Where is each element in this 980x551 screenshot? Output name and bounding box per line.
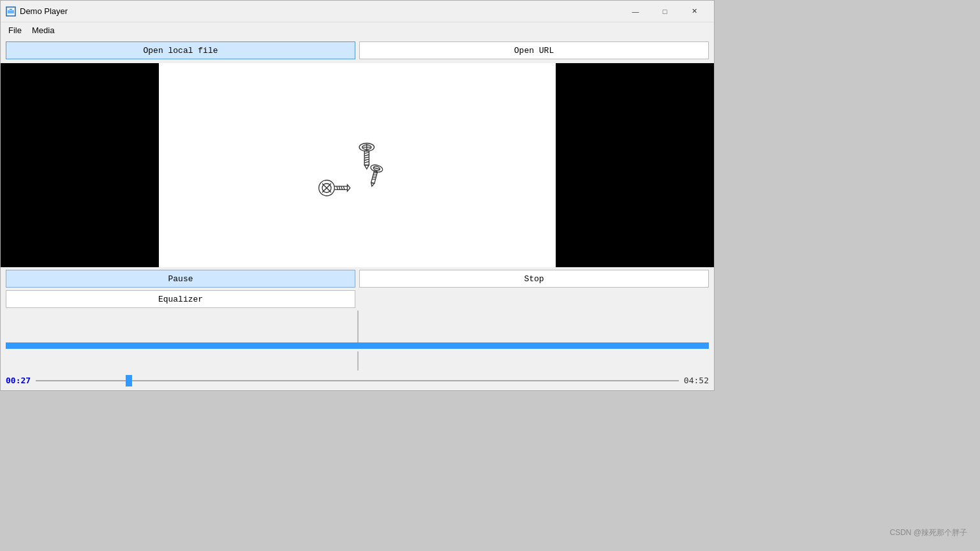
timeline-area: 00:27 04:52	[1, 371, 714, 390]
progress-bar-container	[1, 342, 714, 349]
open-url-button[interactable]: Open URL	[359, 41, 709, 59]
equalizer-row: Equalizer	[1, 290, 714, 311]
svg-marker-2	[10, 9, 12, 10]
menu-media[interactable]: Media	[27, 24, 59, 36]
total-time: 04:52	[684, 376, 709, 385]
toolbar: Open local file Open URL	[1, 38, 714, 63]
window-controls: — □ ✕	[621, 1, 709, 22]
seek-bar[interactable]	[36, 380, 679, 381]
current-time: 00:27	[6, 376, 31, 385]
menu-file[interactable]: File	[3, 24, 27, 36]
main-window: Demo Player — □ ✕ File Media Open local …	[0, 0, 715, 391]
pause-button[interactable]: Pause	[6, 270, 355, 288]
right-sub-panel	[360, 311, 709, 342]
divider-area	[6, 311, 709, 342]
watermark: CSDN @辣死那个胖子	[889, 527, 967, 538]
svg-line-9	[364, 155, 369, 156]
screws-illustration	[309, 127, 405, 203]
svg-marker-33	[347, 185, 350, 192]
maximize-button[interactable]: □	[650, 1, 679, 22]
equalizer-button[interactable]: Equalizer	[6, 290, 355, 308]
spacer-area	[6, 351, 709, 371]
title-bar: Demo Player — □ ✕	[1, 1, 714, 22]
svg-marker-22	[370, 182, 374, 186]
open-local-file-button[interactable]: Open local file	[6, 41, 355, 59]
svg-line-29	[337, 186, 338, 189]
left-sub-panel	[6, 311, 356, 342]
close-button[interactable]: ✕	[679, 1, 709, 22]
menu-bar: File Media	[1, 22, 714, 38]
vertical-divider-2	[357, 351, 359, 371]
video-area	[1, 63, 714, 267]
video-left-panel	[1, 63, 159, 267]
minimize-button[interactable]: —	[621, 1, 650, 22]
svg-rect-1	[8, 10, 14, 13]
window-title: Demo Player	[20, 6, 621, 16]
video-right-panel	[556, 63, 714, 267]
app-icon	[6, 6, 16, 17]
seek-thumb[interactable]	[126, 375, 132, 386]
stop-button[interactable]: Stop	[359, 270, 709, 288]
svg-line-10	[364, 157, 369, 158]
svg-line-8	[364, 152, 369, 154]
vertical-divider	[357, 311, 359, 342]
svg-line-30	[339, 186, 340, 189]
video-center-panel	[159, 63, 556, 267]
screw-3-icon	[316, 178, 351, 200]
playback-controls: Pause Stop	[1, 267, 714, 290]
svg-line-32	[343, 186, 345, 189]
svg-line-16	[373, 168, 380, 170]
svg-line-31	[341, 186, 343, 189]
progress-bar[interactable]	[6, 342, 709, 349]
